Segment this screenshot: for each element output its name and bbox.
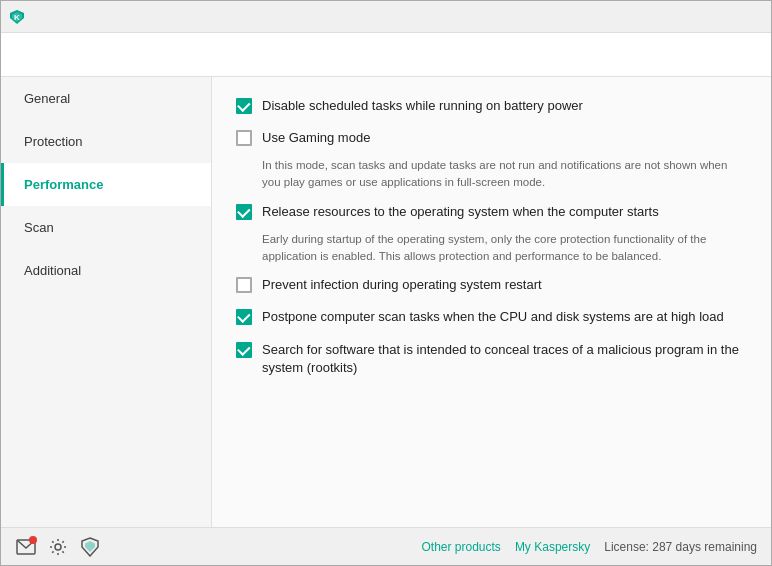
checkbox-label-search-rootkits[interactable]: Search for software that is intended to … — [236, 341, 747, 377]
setting-row-postpone-scan: Postpone computer scan tasks when the CP… — [236, 308, 747, 326]
sidebar-item-performance[interactable]: Performance — [1, 163, 211, 206]
main-content: General Protection Performance Scan Addi… — [1, 77, 771, 527]
minimize-button[interactable] — [707, 7, 733, 27]
titlebar: K — [1, 1, 771, 33]
setting-label-release-resources: Release resources to the operating syste… — [262, 203, 659, 221]
close-button[interactable] — [737, 7, 763, 27]
checkbox-postpone-scan[interactable] — [236, 309, 252, 325]
help-button[interactable] — [681, 7, 707, 27]
setting-label-search-rootkits: Search for software that is intended to … — [262, 341, 747, 377]
window-controls — [707, 7, 763, 27]
settings-icon[interactable] — [47, 536, 69, 558]
checkbox-label-prevent-infection[interactable]: Prevent infection during operating syste… — [236, 276, 542, 294]
setting-desc-release-resources: Early during startup of the operating sy… — [262, 231, 747, 264]
setting-desc-gaming-mode: In this mode, scan tasks and update task… — [262, 157, 747, 190]
checkbox-label-gaming-mode[interactable]: Use Gaming mode — [236, 129, 370, 147]
setting-row-disable-scheduled: Disable scheduled tasks while running on… — [236, 97, 747, 115]
checkbox-label-release-resources[interactable]: Release resources to the operating syste… — [236, 203, 659, 221]
checkbox-disable-scheduled[interactable] — [236, 98, 252, 114]
footer-icons — [15, 536, 101, 558]
shield-icon[interactable] — [79, 536, 101, 558]
license-info: License: 287 days remaining — [604, 540, 757, 554]
my-kaspersky-link[interactable]: My Kaspersky — [515, 540, 590, 554]
notification-badge — [29, 536, 37, 544]
setting-label-disable-scheduled: Disable scheduled tasks while running on… — [262, 97, 583, 115]
sidebar-item-scan[interactable]: Scan — [1, 206, 211, 249]
footer-links: Other products My Kaspersky License: 287… — [422, 540, 758, 554]
content-area: Disable scheduled tasks while running on… — [212, 77, 771, 527]
setting-row-release-resources: Release resources to the operating syste… — [236, 203, 747, 221]
email-icon[interactable] — [15, 536, 37, 558]
checkbox-prevent-infection[interactable] — [236, 277, 252, 293]
svg-point-4 — [55, 544, 61, 550]
setting-row-search-rootkits: Search for software that is intended to … — [236, 341, 747, 377]
setting-label-gaming-mode: Use Gaming mode — [262, 129, 370, 147]
setting-label-postpone-scan: Postpone computer scan tasks when the CP… — [262, 308, 724, 326]
sidebar-item-general[interactable]: General — [1, 77, 211, 120]
settings-header — [1, 33, 771, 77]
other-products-link[interactable]: Other products — [422, 540, 501, 554]
sidebar-item-protection[interactable]: Protection — [1, 120, 211, 163]
checkbox-label-disable-scheduled[interactable]: Disable scheduled tasks while running on… — [236, 97, 583, 115]
checkbox-release-resources[interactable] — [236, 204, 252, 220]
setting-row-prevent-infection: Prevent infection during operating syste… — [236, 276, 747, 294]
setting-label-prevent-infection: Prevent infection during operating syste… — [262, 276, 542, 294]
checkbox-search-rootkits[interactable] — [236, 342, 252, 358]
checkbox-gaming-mode[interactable] — [236, 130, 252, 146]
setting-row-gaming-mode: Use Gaming mode — [236, 129, 747, 147]
svg-text:K: K — [14, 13, 20, 22]
sidebar-item-additional[interactable]: Additional — [1, 249, 211, 292]
footer: Other products My Kaspersky License: 287… — [1, 527, 771, 565]
sidebar: General Protection Performance Scan Addi… — [1, 77, 212, 527]
checkbox-label-postpone-scan[interactable]: Postpone computer scan tasks when the CP… — [236, 308, 724, 326]
app-icon: K — [9, 9, 25, 25]
